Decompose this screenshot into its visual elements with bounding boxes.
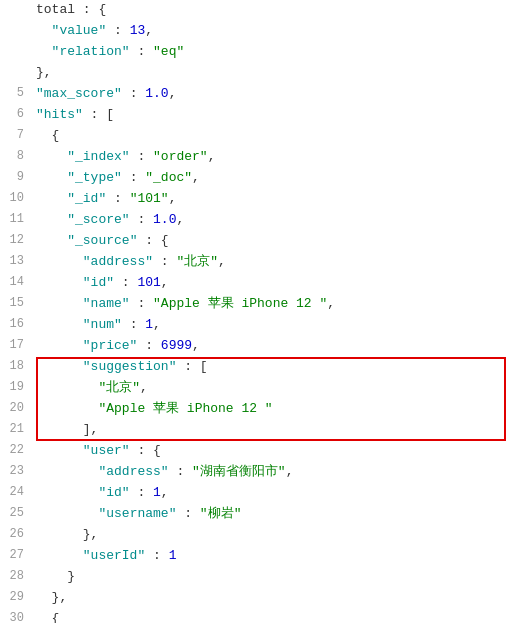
line: 22 "user" : { (0, 441, 514, 462)
string-value: "湖南省衡阳市" (192, 464, 286, 479)
punctuation (36, 170, 67, 185)
line-number: 16 (0, 315, 32, 334)
line: 7 { (0, 126, 514, 147)
punctuation: , (145, 23, 153, 38)
punctuation: : (145, 548, 168, 563)
line-number: 26 (0, 525, 32, 544)
number-value: 101 (137, 275, 160, 290)
line-content: "北京", (32, 378, 514, 399)
punctuation (36, 443, 83, 458)
line-content: "max_score" : 1.0, (32, 84, 514, 105)
json-key: "_type" (67, 170, 122, 185)
string-value: "北京" (98, 380, 140, 395)
punctuation: } (36, 65, 44, 80)
punctuation: , (44, 65, 52, 80)
punctuation (36, 380, 98, 395)
line: total : { (0, 0, 514, 21)
line-content: "id" : 101, (32, 273, 514, 294)
line-content: "Apple 苹果 iPhone 12 " (32, 399, 514, 420)
line-content: "userId" : 1 (32, 546, 514, 567)
number-value: 1.0 (145, 86, 168, 101)
json-key: "id" (98, 485, 129, 500)
json-key: "address" (83, 254, 153, 269)
string-value: "101" (130, 191, 169, 206)
punctuation: { (36, 611, 59, 623)
punctuation: : (114, 275, 137, 290)
punctuation (36, 149, 67, 164)
punctuation: : (137, 338, 160, 353)
string-value: "eq" (153, 44, 184, 59)
string-value: "_doc" (145, 170, 192, 185)
line: 17 "price" : 6999, (0, 336, 514, 357)
punctuation (36, 485, 98, 500)
json-key: "_index" (67, 149, 129, 164)
line: 18 "suggestion" : [ (0, 357, 514, 378)
punctuation (36, 359, 83, 374)
punctuation: : (106, 23, 129, 38)
line-content: "name" : "Apple 苹果 iPhone 12 ", (32, 294, 514, 315)
json-key: "relation" (52, 44, 130, 59)
punctuation: : (106, 191, 129, 206)
line: 19 "北京", (0, 378, 514, 399)
line: 21 ], (0, 420, 514, 441)
line-content: }, (32, 588, 514, 609)
punctuation: }, (36, 590, 67, 605)
line-number: 12 (0, 231, 32, 250)
line-number: 18 (0, 357, 32, 376)
punctuation (36, 275, 83, 290)
json-key: "address" (98, 464, 168, 479)
punctuation: , (140, 380, 148, 395)
line-content: "price" : 6999, (32, 336, 514, 357)
punctuation: , (208, 149, 216, 164)
punctuation: , (153, 317, 161, 332)
punctuation (36, 191, 67, 206)
line-content: }, (32, 63, 514, 84)
line-number: 9 (0, 168, 32, 187)
line-number: 6 (0, 105, 32, 124)
punctuation (36, 506, 98, 521)
line-number: 17 (0, 336, 32, 355)
line: 15 "name" : "Apple 苹果 iPhone 12 ", (0, 294, 514, 315)
punctuation: , (169, 191, 177, 206)
number-value: 13 (130, 23, 146, 38)
line: 30 { (0, 609, 514, 623)
line-number: 19 (0, 378, 32, 397)
line-content: "_id" : "101", (32, 189, 514, 210)
json-key: "suggestion" (83, 359, 177, 374)
line: 23 "address" : "湖南省衡阳市", (0, 462, 514, 483)
string-value: "Apple 苹果 iPhone 12 " (98, 401, 272, 416)
punctuation: : { (137, 233, 168, 248)
line-number: 23 (0, 462, 32, 481)
json-key: "max_score" (36, 86, 122, 101)
json-key: "_score" (67, 212, 129, 227)
line-content: "address" : "北京", (32, 252, 514, 273)
line: 26 }, (0, 525, 514, 546)
number-value: 6999 (161, 338, 192, 353)
json-key: "price" (83, 338, 138, 353)
line: 12 "_source" : { (0, 231, 514, 252)
line-number: 11 (0, 210, 32, 229)
punctuation: , (192, 338, 200, 353)
json-key: "_source" (67, 233, 137, 248)
line-content: "value" : 13, (32, 21, 514, 42)
punctuation: : (130, 212, 153, 227)
number-value: 1.0 (153, 212, 176, 227)
line-number: 10 (0, 189, 32, 208)
number-value: 1 (153, 485, 161, 500)
string-value: "Apple 苹果 iPhone 12 " (153, 296, 327, 311)
json-key: "id" (83, 275, 114, 290)
punctuation: , (218, 254, 226, 269)
line-number: 7 (0, 126, 32, 145)
line: 14 "id" : 101, (0, 273, 514, 294)
punctuation: ], (83, 422, 99, 437)
line: 8 "_index" : "order", (0, 147, 514, 168)
line-content: total : { (32, 0, 514, 21)
line-number: 14 (0, 273, 32, 292)
punctuation: }, (36, 527, 98, 542)
line-number: 28 (0, 567, 32, 586)
line-number: 30 (0, 609, 32, 623)
string-value: "柳岩" (200, 506, 242, 521)
string-value: "北京" (176, 254, 218, 269)
punctuation (36, 212, 67, 227)
punctuation: , (327, 296, 335, 311)
